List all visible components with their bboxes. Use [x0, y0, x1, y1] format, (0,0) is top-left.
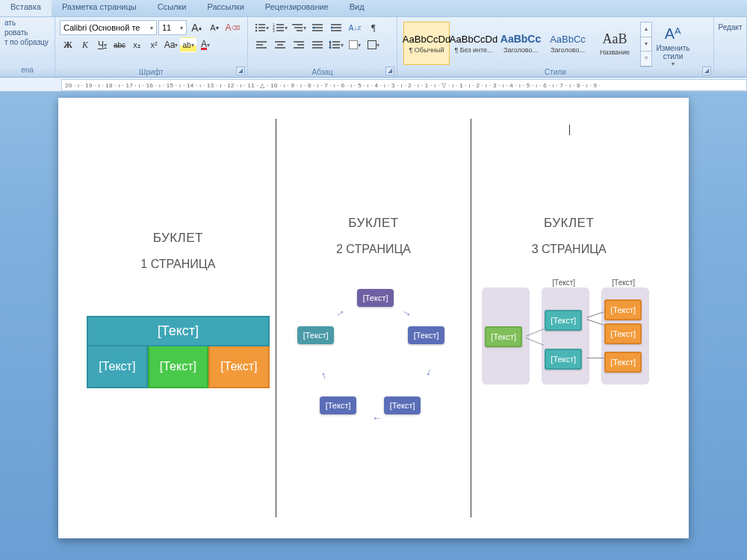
- svg-marker-39: [329, 40, 332, 43]
- cycle-node-2[interactable]: [Текст]: [408, 326, 445, 344]
- align-left-button[interactable]: [252, 37, 270, 52]
- paragraph-dialog-launcher[interactable]: ◢: [385, 66, 394, 75]
- tab-references[interactable]: Ссылки: [147, 0, 197, 16]
- svg-point-0: [255, 24, 257, 25]
- change-styles-label: Изменить стили: [652, 44, 694, 60]
- smartart-hierarchy[interactable]: [Текст] [Текст] [Текст] [Текст] [Текст] …: [477, 279, 660, 443]
- underline-button[interactable]: Ч▾: [94, 37, 111, 52]
- styles-scroll-up[interactable]: ▴: [641, 22, 651, 37]
- editing-label: Редакт: [718, 23, 742, 31]
- copy-label[interactable]: ровать: [4, 28, 50, 37]
- panel1-subtitle: 1 СТРАНИЦА: [87, 258, 270, 271]
- style-nospacing[interactable]: AaBbCcDd ¶ Без инте...: [450, 22, 497, 65]
- highlight-button[interactable]: ab▾: [180, 37, 196, 52]
- decrease-indent-button[interactable]: [309, 20, 326, 35]
- styles-scroll-down[interactable]: ▾: [641, 37, 651, 52]
- styles-expand[interactable]: ▿: [641, 52, 651, 66]
- style-preview: AaB: [603, 31, 627, 47]
- hier-mid-1[interactable]: [Текст]: [545, 310, 582, 331]
- font-group: Calibri (Основной те ▾ 11 ▾ A▴ A▾ A⌫ Ж К…: [55, 17, 248, 77]
- editing-group: Редакт: [714, 17, 747, 77]
- superscript-button[interactable]: x²: [146, 37, 162, 52]
- font-size-value: 11: [162, 23, 171, 32]
- format-painter-label[interactable]: т по образцу: [4, 38, 50, 46]
- align-center-button[interactable]: [271, 37, 289, 52]
- style-label: ¶ Без инте...: [453, 46, 495, 54]
- strike-button[interactable]: abc: [111, 37, 128, 52]
- cycle-node-3[interactable]: [Текст]: [384, 396, 421, 414]
- clipboard-group-label: ена: [4, 66, 50, 74]
- style-preview: AaBbCc: [500, 33, 541, 45]
- svg-marker-18: [312, 26, 314, 29]
- font-size-select[interactable]: 11 ▾: [158, 20, 187, 35]
- shading-button[interactable]: ▾: [346, 37, 364, 52]
- styles-dialog-launcher[interactable]: ◢: [702, 66, 711, 75]
- grow-font-button[interactable]: A▴: [188, 20, 205, 35]
- align-right-button[interactable]: [290, 37, 308, 52]
- font-color-button[interactable]: A▾: [197, 37, 214, 52]
- tab-view[interactable]: Вид: [339, 0, 375, 16]
- numbering-button[interactable]: 123▾: [271, 20, 289, 35]
- panel2-subtitle: 2 СТРАНИЦА: [282, 243, 465, 256]
- bullets-button[interactable]: ▾: [252, 20, 270, 35]
- booklet-panel-3: БУКЛЕТ 3 СТРАНИЦА [Текст] [Текст] [Текст…: [471, 119, 666, 517]
- show-marks-button[interactable]: ¶: [365, 20, 382, 35]
- font-family-select[interactable]: Calibri (Основной те ▾: [60, 20, 157, 35]
- hier-root[interactable]: [Текст]: [485, 326, 522, 347]
- smartart-cell-2[interactable]: [Текст]: [148, 346, 209, 388]
- hier-leaf-1[interactable]: [Текст]: [604, 299, 642, 320]
- change-case-button[interactable]: Aa▾: [163, 37, 179, 52]
- smartart-cell-1[interactable]: [Текст]: [87, 346, 148, 388]
- change-styles-button[interactable]: Aᴬ Изменить стили ▾: [652, 22, 694, 67]
- connector: [586, 358, 604, 358]
- line-spacing-button[interactable]: ▾: [327, 37, 345, 52]
- style-preview: AaBbCcDd: [403, 34, 450, 45]
- clear-formatting-button[interactable]: A⌫: [224, 20, 241, 35]
- svg-marker-40: [329, 47, 332, 49]
- hier-col-label-2: [Текст]: [612, 279, 635, 287]
- increase-indent-button[interactable]: [327, 20, 345, 35]
- svg-point-2: [255, 27, 257, 28]
- shrink-font-button[interactable]: A▾: [206, 20, 223, 35]
- style-label: ¶ Обычный: [406, 46, 447, 54]
- hier-leaf-2[interactable]: [Текст]: [604, 323, 642, 344]
- horizontal-ruler[interactable]: 20 · ı · 19 · ı · 18 · ı · 17 · ı · 16 ·…: [61, 79, 747, 91]
- style-title[interactable]: AaB Название: [592, 22, 638, 65]
- smartart-header-cell[interactable]: [Текст]: [87, 316, 270, 346]
- cycle-node-5[interactable]: [Текст]: [297, 326, 335, 344]
- clipboard-group-partial: ать ровать т по образцу ена: [0, 17, 55, 77]
- justify-button[interactable]: [309, 37, 326, 52]
- arrow-icon: →: [332, 305, 347, 320]
- svg-point-4: [255, 30, 257, 31]
- smartart-cycle[interactable]: [Текст] [Текст] [Текст] [Текст] [Текст] …: [282, 284, 465, 449]
- tab-insert[interactable]: Вставка: [0, 0, 52, 16]
- hier-mid-2[interactable]: [Текст]: [545, 349, 582, 370]
- paragraph-group-label: Абзац: [248, 68, 397, 76]
- tab-review[interactable]: Рецензирование: [255, 0, 339, 16]
- font-family-value: Calibri (Основной те: [63, 23, 140, 32]
- style-normal[interactable]: AaBbCcDd ¶ Обычный: [403, 22, 450, 65]
- cycle-node-4[interactable]: [Текст]: [320, 396, 357, 414]
- italic-button[interactable]: К: [77, 37, 93, 52]
- borders-button[interactable]: ▾: [365, 37, 382, 52]
- style-heading1[interactable]: AaBbCc Заголово...: [498, 22, 544, 65]
- arrow-icon: →: [372, 413, 382, 425]
- cut-label[interactable]: ать: [4, 19, 50, 27]
- tab-pagelayout[interactable]: Разметка страницы: [52, 0, 147, 16]
- smartart-table[interactable]: [Текст] [Текст] [Текст] [Текст]: [87, 316, 270, 388]
- page[interactable]: БУКЛЕТ 1 СТРАНИЦА [Текст] [Текст] [Текст…: [58, 98, 689, 538]
- style-heading2[interactable]: AaBbCc Заголово...: [545, 22, 591, 65]
- subscript-button[interactable]: x₂: [128, 37, 145, 52]
- arrow-icon: →: [422, 366, 437, 380]
- cycle-node-1[interactable]: [Текст]: [357, 289, 394, 307]
- hier-leaf-3[interactable]: [Текст]: [604, 352, 642, 373]
- booklet-panel-2: БУКЛЕТ 2 СТРАНИЦА [Текст] [Текст] [Текст…: [276, 119, 471, 517]
- style-label: Название: [594, 49, 636, 56]
- tab-mailings[interactable]: Рассылки: [196, 0, 254, 16]
- bold-button[interactable]: Ж: [60, 37, 76, 52]
- sort-button[interactable]: A↓Z: [346, 20, 364, 35]
- multilevel-list-button[interactable]: ▾: [290, 20, 308, 35]
- smartart-cell-3[interactable]: [Текст]: [208, 346, 270, 388]
- style-label: Заголово...: [500, 46, 542, 54]
- font-dialog-launcher[interactable]: ◢: [236, 66, 245, 75]
